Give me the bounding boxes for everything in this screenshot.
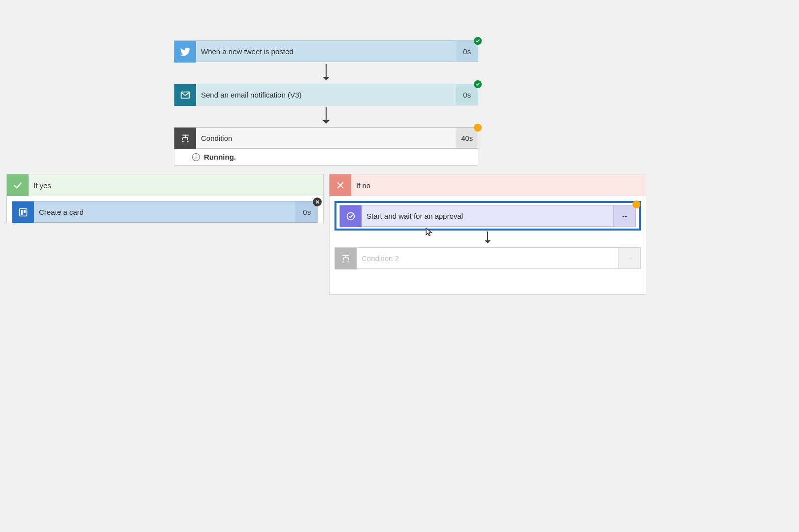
trigger-twitter-label: When a new tweet is posted	[196, 41, 456, 62]
trello-icon	[12, 201, 34, 223]
x-icon	[330, 174, 351, 196]
action-email-duration: 0s	[456, 84, 478, 105]
condition-label: Condition	[196, 128, 456, 148]
condition-icon	[174, 128, 196, 149]
info-icon: i	[192, 153, 200, 161]
mail-icon	[174, 84, 196, 106]
approval-icon	[340, 205, 362, 227]
svg-rect-3	[24, 210, 26, 213]
action-email-label: Send an email notification (V3)	[196, 84, 456, 105]
action-trello-card-step[interactable]: Create a card 0s ✕	[12, 201, 318, 223]
action-email-step[interactable]: Send an email notification (V3) 0s	[174, 84, 478, 105]
running-badge-icon	[633, 200, 640, 208]
condition-status-text: Running.	[204, 153, 236, 161]
branch-if-no[interactable]: If no Start and wait for an approval --	[329, 174, 646, 295]
branch-if-yes[interactable]: If yes Create a card 0s ✕	[6, 174, 324, 223]
branch-yes-label: If yes	[29, 181, 56, 190]
trigger-twitter-step[interactable]: When a new tweet is posted 0s	[174, 40, 478, 62]
condition-2-step[interactable]: Condition 2 --	[334, 247, 641, 269]
condition-2-duration: --	[618, 248, 640, 268]
mouse-cursor-icon	[425, 228, 433, 239]
flow-arrow-icon	[334, 231, 641, 247]
action-approval-selected-frame: Start and wait for an approval --	[334, 201, 641, 231]
action-trello-label: Create a card	[34, 201, 296, 222]
trigger-twitter-duration: 0s	[456, 41, 478, 62]
condition-duration: 40s	[456, 128, 478, 148]
action-approval-label: Start and wait for an approval	[362, 205, 613, 226]
flow-arrow-icon	[174, 105, 478, 127]
condition-step[interactable]: Condition 40s	[174, 127, 478, 149]
condition-2-label: Condition 2	[357, 248, 618, 268]
twitter-icon	[174, 41, 196, 63]
branch-yes-header: If yes	[7, 174, 323, 196]
flow-arrow-icon	[174, 62, 478, 84]
condition-icon	[335, 248, 357, 269]
action-approval-duration: --	[613, 205, 635, 226]
branch-no-header: If no	[330, 174, 646, 196]
svg-rect-2	[21, 210, 23, 215]
success-badge-icon	[474, 80, 482, 88]
running-badge-icon	[474, 124, 482, 132]
condition-status-strip: i Running.	[174, 149, 478, 166]
branch-no-label: If no	[351, 181, 375, 190]
svg-rect-1	[20, 209, 27, 216]
action-approval-step[interactable]: Start and wait for an approval --	[339, 205, 636, 227]
check-icon	[7, 174, 29, 196]
svg-point-6	[347, 213, 355, 220]
success-badge-icon	[474, 37, 482, 45]
close-icon[interactable]: ✕	[313, 198, 322, 206]
